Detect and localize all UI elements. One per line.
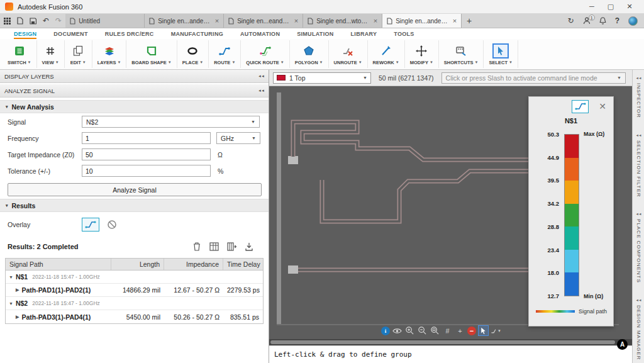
horizontal-scrollbar[interactable]: [269, 339, 632, 345]
document-tab[interactable]: Single end...wtooth v1* ×: [303, 14, 382, 28]
layers-tool[interactable]: LAYERS▼: [92, 40, 127, 68]
zoom-in-button[interactable]: [404, 325, 415, 336]
scrollbar-thumb[interactable]: [270, 340, 615, 344]
grid-toggle-button[interactable]: #: [442, 325, 453, 336]
expand-panel-icon[interactable]: ◄◄: [636, 212, 641, 216]
new-analysis-section-bar[interactable]: ▾ New Analysis: [0, 100, 269, 113]
modify-tool[interactable]: MODIFY▼: [405, 40, 439, 68]
close-button[interactable]: ✕: [620, 3, 639, 11]
legend-close-icon[interactable]: ✕: [599, 102, 606, 111]
tab-design[interactable]: DESIGN: [14, 31, 36, 39]
define-group-button[interactable]: ▼: [491, 325, 501, 336]
redo-icon[interactable]: ↷: [55, 17, 62, 25]
user-avatar[interactable]: [628, 16, 638, 26]
table-row[interactable]: ▼N$22022-11-18 15:47 - 1.00GHz: [6, 297, 263, 310]
visibility-button[interactable]: [392, 325, 402, 336]
legend-signal-path-button[interactable]: [572, 100, 589, 113]
display-layers-header[interactable]: DISPLAY LAYERS ◄◄: [0, 70, 269, 83]
frequency-input[interactable]: [82, 132, 211, 144]
switch-tool[interactable]: SWITCH▼: [3, 40, 37, 68]
overlay-signal-path-button[interactable]: [82, 218, 99, 232]
file-icon[interactable]: [17, 17, 23, 25]
document-tab[interactable]: Single en...eander v1 ×: [224, 14, 303, 28]
shortcuts-tool[interactable]: SHORTCUTS▼: [439, 40, 484, 68]
col-length[interactable]: Length: [111, 259, 164, 270]
collapse-icon[interactable]: ◄◄: [258, 74, 264, 78]
col-signal-path[interactable]: Signal Path: [6, 259, 111, 270]
document-tab[interactable]: Untitled: [65, 14, 145, 28]
panel-tab-design-manager[interactable]: ◄◄ DESIGN MANAGER: [636, 298, 641, 360]
pcb-canvas[interactable]: ✕ N$1 50.3 44.9 39.5 34.2 28.8 23.4 18.0…: [269, 86, 632, 339]
tab-close-icon[interactable]: ×: [453, 17, 457, 25]
columns-icon[interactable]: [227, 242, 236, 251]
tab-close-icon[interactable]: ×: [215, 17, 219, 25]
undo-icon[interactable]: ↶: [43, 17, 49, 25]
tab-close-icon[interactable]: ×: [294, 17, 298, 25]
col-time-delay[interactable]: Time Delay: [223, 259, 264, 270]
results-section-bar[interactable]: ▾ Results: [0, 199, 269, 212]
export-download-icon[interactable]: [245, 242, 253, 251]
info-button[interactable]: i: [381, 327, 390, 335]
frequency-unit-select[interactable]: GHz ▼: [216, 132, 260, 144]
place-tool[interactable]: PLACE▼: [177, 40, 209, 68]
delete-icon[interactable]: [192, 242, 201, 251]
expand-row-icon[interactable]: ▶: [16, 288, 19, 293]
expand-row-icon[interactable]: ▶: [16, 315, 19, 320]
tab-library[interactable]: LIBRARY: [351, 31, 377, 39]
sync-icon[interactable]: ↻: [568, 17, 574, 25]
tolerance-input[interactable]: [82, 165, 211, 177]
select-tool[interactable]: SELECT▼: [484, 40, 518, 68]
origin-crosshair-button[interactable]: +: [455, 325, 465, 336]
tab-manufacturing[interactable]: MANUFACTURING: [171, 31, 223, 39]
collapse-icon[interactable]: ◄◄: [258, 89, 264, 92]
bell-icon[interactable]: [599, 17, 606, 25]
collapse-row-icon[interactable]: ▼: [9, 301, 13, 306]
expand-panel-icon[interactable]: ◄◄: [636, 298, 641, 302]
edit-tool[interactable]: EDIT▼: [65, 40, 92, 68]
panel-tab-place-components[interactable]: ◄◄ PLACE COMPONENTS: [636, 212, 641, 283]
col-impedance[interactable]: Impedance: [164, 259, 223, 270]
save-icon[interactable]: [30, 18, 36, 25]
table-row[interactable]: ▶Path-PAD1(1)-PAD2(1) 14866.29 mil 12.67…: [6, 284, 263, 297]
expand-panel-icon[interactable]: ◄◄: [636, 76, 641, 80]
panel-tab-inspector[interactable]: ◄◄ INSPECTOR: [636, 76, 641, 118]
quick-route-tool[interactable]: QUICK ROUTE▼: [241, 40, 289, 68]
document-tab-active[interactable]: Single en...ander v1* ×: [382, 14, 462, 28]
maximize-button[interactable]: ▢: [601, 3, 620, 11]
zoom-fit-button[interactable]: [430, 325, 440, 336]
tab-document[interactable]: DOCUMENT: [53, 31, 87, 39]
select-group-button[interactable]: [478, 325, 489, 336]
tab-close-icon[interactable]: ×: [374, 17, 377, 25]
layer-select[interactable]: 1 Top ▼: [273, 72, 371, 84]
pad3[interactable]: [288, 265, 298, 274]
table-row[interactable]: ▶Path-PAD3(1)-PAD4(1) 5450.00 mil 50.26 …: [6, 310, 263, 323]
tab-rules-drc-erc[interactable]: RULES DRC/ERC: [105, 31, 154, 39]
panel-tab-selection-filter[interactable]: ◄◄ SELECTION FILTER: [636, 133, 641, 198]
remove-group-button[interactable]: −: [467, 327, 476, 335]
pad1[interactable]: [288, 156, 298, 164]
new-tab-button[interactable]: +: [462, 14, 477, 28]
rework-tool[interactable]: REWORK▼: [368, 40, 405, 68]
app-grid-icon[interactable]: [4, 18, 11, 25]
unroute-tool[interactable]: UNROUTE▼: [329, 40, 368, 68]
analyze-signal-header[interactable]: ANALYZE SIGNAL ◄◄: [0, 84, 269, 98]
zoom-out-button[interactable]: [417, 325, 428, 336]
analyze-signal-button[interactable]: Analyze Signal: [8, 183, 262, 196]
job-status-icon[interactable]: 1: [583, 17, 591, 25]
view-tool[interactable]: VIEW▼: [37, 40, 65, 68]
polygon-tool[interactable]: POLYGON▼: [290, 40, 329, 68]
assistant-button[interactable]: A: [617, 339, 628, 350]
tab-simulation[interactable]: SIMULATION: [297, 31, 333, 39]
minimize-button[interactable]: ─: [582, 3, 601, 11]
signal-traces[interactable]: [293, 122, 536, 270]
table-view-icon[interactable]: [209, 242, 219, 251]
target-impedance-input[interactable]: [82, 148, 211, 160]
tab-automation[interactable]: AUTOMATION: [240, 31, 280, 39]
tab-tools[interactable]: TOOLS: [394, 31, 414, 39]
collapse-row-icon[interactable]: ▼: [9, 275, 13, 279]
help-icon[interactable]: ?: [615, 17, 619, 25]
overlay-none-button[interactable]: [107, 220, 117, 230]
signal-select[interactable]: N$2 ▼: [82, 116, 260, 128]
expand-panel-icon[interactable]: ◄◄: [636, 133, 641, 137]
table-row[interactable]: ▼N$12022-11-18 15:47 - 1.00GHz: [6, 271, 263, 284]
